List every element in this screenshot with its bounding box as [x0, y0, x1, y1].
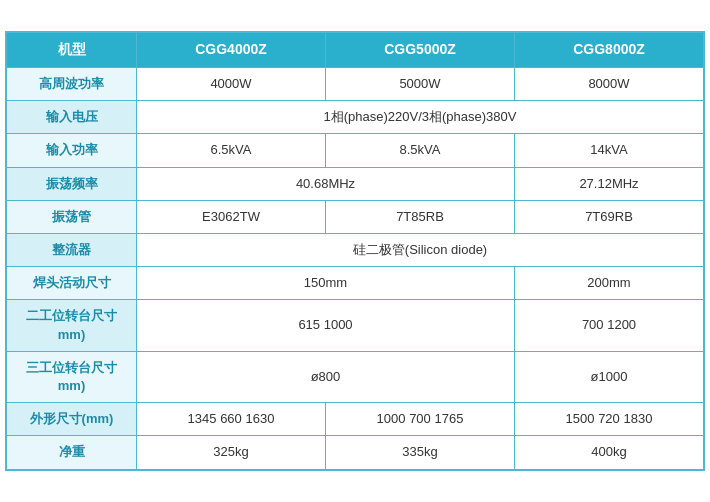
table-row: 三工位转台尺寸mm)ø800ø1000 — [7, 351, 704, 402]
table-cell: 27.12MHz — [515, 167, 704, 200]
table-cell: 7T69RB — [515, 200, 704, 233]
row-header: 输入电压 — [7, 101, 137, 134]
col-header-cgg4000z: CGG4000Z — [137, 33, 326, 68]
table-cell: ø1000 — [515, 351, 704, 402]
table-row: 输入功率6.5kVA8.5kVA14kVA — [7, 134, 704, 167]
row-header: 振荡频率 — [7, 167, 137, 200]
table-cell: 8.5kVA — [326, 134, 515, 167]
table-cell: 150mm — [137, 267, 515, 300]
row-header: 整流器 — [7, 234, 137, 267]
table-cell: 14kVA — [515, 134, 704, 167]
table-cell: 1500 720 1830 — [515, 403, 704, 436]
row-header: 振荡管 — [7, 200, 137, 233]
table-cell: ø800 — [137, 351, 515, 402]
table-cell: 700 1200 — [515, 300, 704, 351]
table-cell: 6.5kVA — [137, 134, 326, 167]
table-cell: E3062TW — [137, 200, 326, 233]
table-row: 输入电压1相(phase)220V/3相(phase)380V — [7, 101, 704, 134]
col-header-model: 机型 — [7, 33, 137, 68]
table-cell: 1相(phase)220V/3相(phase)380V — [137, 101, 704, 134]
table-cell: 5000W — [326, 68, 515, 101]
table-cell: 615 1000 — [137, 300, 515, 351]
table-cell: 335kg — [326, 436, 515, 469]
table-cell: 200mm — [515, 267, 704, 300]
col-header-cgg5000z: CGG5000Z — [326, 33, 515, 68]
specs-table-container: 机型 CGG4000Z CGG5000Z CGG8000Z 高周波功率4000W… — [5, 31, 705, 470]
row-header: 输入功率 — [7, 134, 137, 167]
col-header-cgg8000z: CGG8000Z — [515, 33, 704, 68]
table-cell: 1000 700 1765 — [326, 403, 515, 436]
table-cell: 325kg — [137, 436, 326, 469]
table-cell: 4000W — [137, 68, 326, 101]
table-row: 振荡频率40.68MHz27.12MHz — [7, 167, 704, 200]
table-row: 焊头活动尺寸150mm200mm — [7, 267, 704, 300]
table-cell: 硅二极管(Silicon diode) — [137, 234, 704, 267]
table-cell: 7T85RB — [326, 200, 515, 233]
row-header: 三工位转台尺寸mm) — [7, 351, 137, 402]
row-header: 净重 — [7, 436, 137, 469]
table-cell: 400kg — [515, 436, 704, 469]
table-row: 净重325kg335kg400kg — [7, 436, 704, 469]
table-row: 振荡管E3062TW7T85RB7T69RB — [7, 200, 704, 233]
row-header: 外形尺寸(mm) — [7, 403, 137, 436]
table-cell: 8000W — [515, 68, 704, 101]
table-row: 整流器硅二极管(Silicon diode) — [7, 234, 704, 267]
table-row: 高周波功率4000W5000W8000W — [7, 68, 704, 101]
table-cell: 1345 660 1630 — [137, 403, 326, 436]
table-row: 外形尺寸(mm)1345 660 16301000 700 17651500 7… — [7, 403, 704, 436]
header-row: 机型 CGG4000Z CGG5000Z CGG8000Z — [7, 33, 704, 68]
table-row: 二工位转台尺寸mm)615 1000700 1200 — [7, 300, 704, 351]
row-header: 焊头活动尺寸 — [7, 267, 137, 300]
table-cell: 40.68MHz — [137, 167, 515, 200]
row-header: 二工位转台尺寸mm) — [7, 300, 137, 351]
row-header: 高周波功率 — [7, 68, 137, 101]
specs-table: 机型 CGG4000Z CGG5000Z CGG8000Z 高周波功率4000W… — [6, 32, 704, 469]
